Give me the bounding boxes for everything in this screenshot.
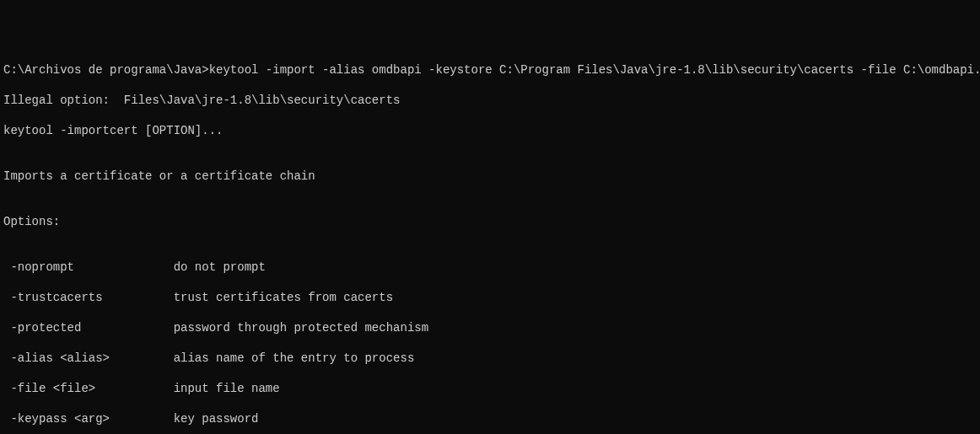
terminal-line-option: -noprompt do not prompt xyxy=(3,260,977,275)
terminal-line-command: C:\Archivos de programa\Java>keytool -im… xyxy=(3,62,977,78)
terminal-line-option: -protected password through protected me… xyxy=(3,320,977,335)
terminal-line-options-header: Options: xyxy=(3,214,977,229)
terminal-line-option: -file <file> input file name xyxy=(3,381,977,396)
terminal-line-description: Imports a certificate or a certificate c… xyxy=(3,169,977,184)
terminal-line-usage: keytool -importcert [OPTION]... xyxy=(3,123,977,138)
terminal-line-option: -trustcacerts trust certificates from ca… xyxy=(3,290,977,305)
terminal-line-error: Illegal option: Files\Java\jre-1.8\lib\s… xyxy=(3,93,977,108)
terminal-line-option: -keypass <arg> key password xyxy=(3,411,977,426)
terminal-line-option: -alias <alias> alias name of the entry t… xyxy=(3,351,977,366)
